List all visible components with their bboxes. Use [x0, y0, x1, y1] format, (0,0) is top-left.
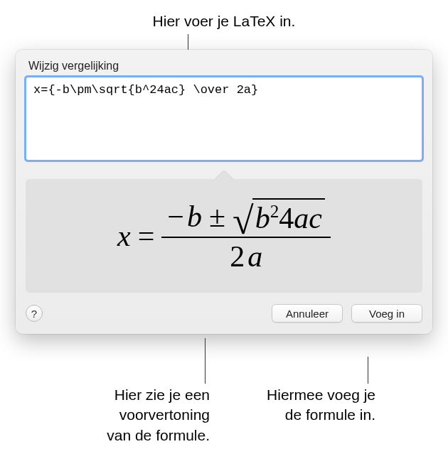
callout-line	[368, 357, 368, 384]
callout-text: van de formule.	[53, 426, 210, 445]
callout-line	[205, 338, 206, 384]
cancel-button[interactable]: Annuleer	[272, 304, 343, 323]
callout-preview: Hier zie je een voorvertoning van de for…	[53, 385, 210, 445]
rendered-formula: x = −b ± √ b24ac 2a	[117, 198, 331, 274]
latex-input[interactable]	[26, 77, 422, 161]
insert-button[interactable]: Voeg in	[351, 304, 422, 323]
help-button[interactable]: ?	[26, 305, 43, 322]
callout-latex-input: Hier voer je LaTeX in.	[0, 13, 448, 30]
callout-text: Hiermee voeg je	[237, 385, 375, 405]
callout-text: de formule in.	[237, 405, 375, 425]
callout-insert: Hiermee voeg je de formule in.	[237, 385, 375, 426]
callout-text: voorvertoning	[53, 405, 210, 425]
dialog-title: Wijzig vergelijking	[26, 60, 422, 72]
formula-preview: x = −b ± √ b24ac 2a	[26, 179, 422, 293]
preview-pointer	[215, 171, 233, 188]
callout-text: Hier zie je een	[53, 385, 210, 405]
dialog-button-row: ? Annuleer Voeg in	[26, 304, 422, 323]
equation-dialog: Wijzig vergelijking x = −b ± √ b24ac 2a	[16, 50, 432, 334]
